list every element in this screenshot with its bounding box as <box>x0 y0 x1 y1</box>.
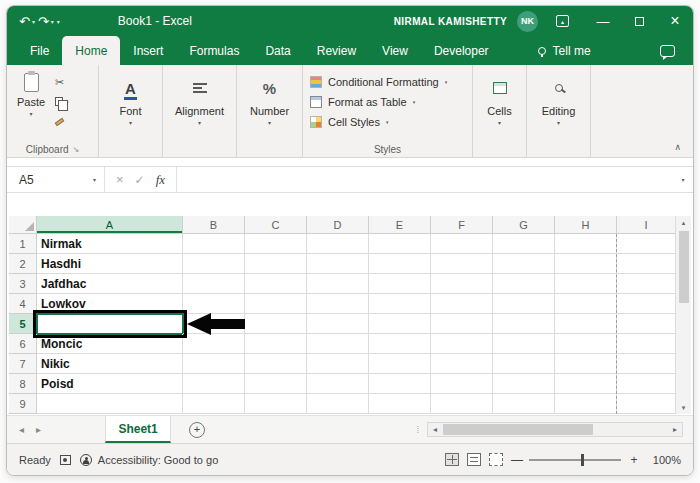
scroll-left-icon[interactable]: ◂ <box>428 425 442 434</box>
cell-E5[interactable] <box>369 314 431 334</box>
sheet-nav-left-icon[interactable]: ◂ <box>19 424 24 435</box>
enter-icon[interactable]: ✓ <box>135 173 145 187</box>
tab-developer[interactable]: Developer <box>421 36 502 65</box>
column-header-D[interactable]: D <box>307 216 369 234</box>
collapse-ribbon-icon[interactable]: ∧ <box>674 142 681 152</box>
redo-button[interactable]: ↷▾ <box>38 14 54 29</box>
cell-B8[interactable] <box>183 374 245 394</box>
tab-scroll-splitter[interactable]: ⁞ <box>416 425 419 435</box>
cell-H6[interactable] <box>555 334 617 354</box>
cell-F2[interactable] <box>431 254 493 274</box>
cell-styles-button[interactable]: Cell Styles ▾ <box>310 112 388 132</box>
tab-formulas[interactable]: Formulas <box>176 36 252 65</box>
cell-B1[interactable] <box>183 234 245 254</box>
tab-insert[interactable]: Insert <box>120 36 176 65</box>
cell-D8[interactable] <box>307 374 369 394</box>
cell-D5[interactable] <box>307 314 369 334</box>
column-header-F[interactable]: F <box>431 216 493 234</box>
cell-E3[interactable] <box>369 274 431 294</box>
column-header-C[interactable]: C <box>245 216 307 234</box>
cell-I4[interactable] <box>617 294 675 314</box>
cell-G8[interactable] <box>493 374 555 394</box>
maximize-button[interactable] <box>621 6 657 36</box>
cell-E4[interactable] <box>369 294 431 314</box>
cell-H8[interactable] <box>555 374 617 394</box>
cell-G7[interactable] <box>493 354 555 374</box>
horizontal-scroll-thumb[interactable] <box>443 424 593 435</box>
cell-I3[interactable] <box>617 274 675 294</box>
tab-file[interactable]: File <box>17 36 62 65</box>
cell-D4[interactable] <box>307 294 369 314</box>
cell-H1[interactable] <box>555 234 617 254</box>
dialog-launcher-icon[interactable]: ↘ <box>73 145 80 154</box>
copy-button[interactable]: ▾ <box>55 96 69 107</box>
cut-button[interactable]: ✂ <box>55 77 64 88</box>
cell-A9[interactable] <box>37 394 183 414</box>
scroll-down-icon[interactable]: ▾ <box>676 401 691 414</box>
cell-F6[interactable] <box>431 334 493 354</box>
row-header-3[interactable]: 3 <box>9 274 37 294</box>
cell-F7[interactable] <box>431 354 493 374</box>
tell-me[interactable]: Tell me <box>538 36 591 65</box>
cell-I9[interactable] <box>617 394 675 414</box>
sheet-nav-right-icon[interactable]: ▸ <box>36 424 41 435</box>
formula-bar-expand-icon[interactable]: ▾ <box>673 167 693 192</box>
scroll-up-icon[interactable]: ▴ <box>676 216 691 229</box>
column-header-G[interactable]: G <box>493 216 555 234</box>
cell-G6[interactable] <box>493 334 555 354</box>
cell-D1[interactable] <box>307 234 369 254</box>
row-header-9[interactable]: 9 <box>9 394 37 414</box>
avatar[interactable]: NK <box>517 11 538 32</box>
cell-C4[interactable] <box>245 294 307 314</box>
cell-I6[interactable] <box>617 334 675 354</box>
cell-E6[interactable] <box>369 334 431 354</box>
zoom-percentage[interactable]: 100% <box>647 454 681 466</box>
cell-B6[interactable] <box>183 334 245 354</box>
cell-H5[interactable] <box>555 314 617 334</box>
cell-D3[interactable] <box>307 274 369 294</box>
row-header-1[interactable]: 1 <box>9 234 37 254</box>
cell-B9[interactable] <box>183 394 245 414</box>
cell-D7[interactable] <box>307 354 369 374</box>
zoom-slider-thumb[interactable] <box>581 454 584 466</box>
format-painter-button[interactable] <box>55 115 64 126</box>
cell-F3[interactable] <box>431 274 493 294</box>
select-all-corner[interactable] <box>9 216 37 234</box>
close-button[interactable]: × <box>657 6 693 36</box>
cell-F9[interactable] <box>431 394 493 414</box>
ribbon-display-options-button[interactable]: ▴ <box>556 15 569 27</box>
accessibility-status[interactable]: Accessibility: Good to go <box>80 454 218 466</box>
new-sheet-button[interactable]: + <box>189 422 205 438</box>
cell-C9[interactable] <box>245 394 307 414</box>
cancel-icon[interactable]: × <box>116 172 124 187</box>
formula-input[interactable] <box>177 167 673 192</box>
cell-E9[interactable] <box>369 394 431 414</box>
cell-G5[interactable] <box>493 314 555 334</box>
cell-G9[interactable] <box>493 394 555 414</box>
group-font[interactable]: A Font ▾ <box>99 65 163 157</box>
cell-H7[interactable] <box>555 354 617 374</box>
cell-E2[interactable] <box>369 254 431 274</box>
cell-A1[interactable]: Nirmak <box>37 234 183 254</box>
zoom-out-button[interactable]: — <box>511 453 521 467</box>
cell-F5[interactable] <box>431 314 493 334</box>
cell-I5[interactable] <box>617 314 675 334</box>
row-header-8[interactable]: 8 <box>9 374 37 394</box>
cell-G2[interactable] <box>493 254 555 274</box>
cell-H4[interactable] <box>555 294 617 314</box>
cell-E8[interactable] <box>369 374 431 394</box>
group-alignment[interactable]: Alignment ▾ <box>163 65 237 157</box>
cell-D9[interactable] <box>307 394 369 414</box>
column-header-A[interactable]: A <box>37 216 183 234</box>
insert-function-icon[interactable]: fx <box>156 172 165 188</box>
cell-C2[interactable] <box>245 254 307 274</box>
customize-qat-button[interactable]: ▾ <box>57 18 60 25</box>
row-header-2[interactable]: 2 <box>9 254 37 274</box>
tab-home[interactable]: Home <box>62 36 120 65</box>
cell-F8[interactable] <box>431 374 493 394</box>
cell-I7[interactable] <box>617 354 675 374</box>
group-cells[interactable]: Cells ▾ <box>473 65 527 157</box>
column-header-B[interactable]: B <box>183 216 245 234</box>
cell-G3[interactable] <box>493 274 555 294</box>
cell-C6[interactable] <box>245 334 307 354</box>
